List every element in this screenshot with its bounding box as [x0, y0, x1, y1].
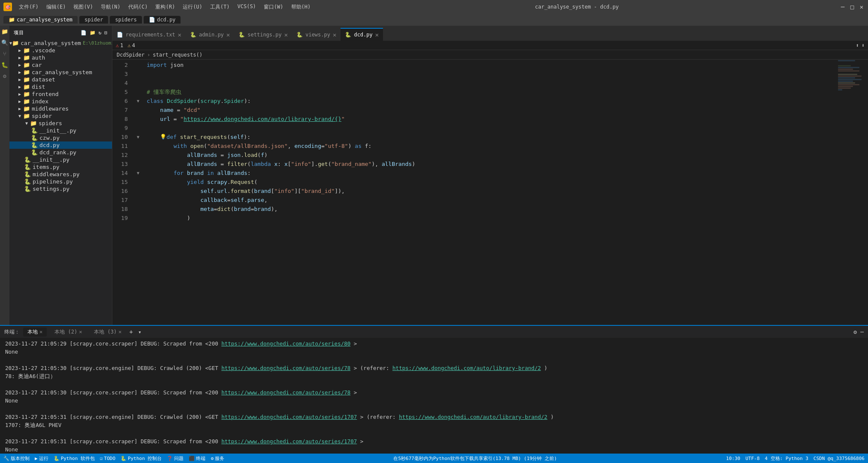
close-tab-views[interactable]: ✕	[333, 31, 336, 38]
refresh-icon[interactable]: ↻	[99, 30, 102, 36]
explorer-icon[interactable]: 📁	[1, 27, 9, 35]
tree-item-init1[interactable]: 🐍 __init__.py	[9, 127, 112, 134]
menu-view[interactable]: 视图(V)	[70, 3, 96, 12]
terminal-label: 终端：	[4, 328, 20, 336]
minimize-button[interactable]: ─	[840, 4, 846, 10]
status-problems[interactable]: ❓ 问题	[167, 455, 184, 462]
maximize-button[interactable]: □	[849, 4, 855, 10]
editor-scrollbar[interactable]	[862, 60, 868, 325]
expand-icon[interactable]: ⬆	[856, 42, 859, 48]
status-python-packages[interactable]: 🐍 Python 软件包	[54, 455, 95, 462]
terminal-dropdown-button[interactable]: ▾	[138, 329, 142, 335]
tree-item-items[interactable]: 🐍 items.py	[9, 163, 112, 171]
tree-item-dist[interactable]: ▶ 📁 dist	[9, 83, 112, 90]
new-folder-icon[interactable]: 📁	[90, 30, 96, 36]
breadcrumb-class[interactable]: DcdSpider	[117, 52, 145, 58]
status-services[interactable]: ⚙ 服务	[211, 455, 224, 462]
tree-item-dcd[interactable]: 🐍 dcd.py	[9, 141, 112, 149]
close-tab-requirements[interactable]: ✕	[178, 31, 181, 38]
status-csdn[interactable]: CSDN @q_3375686806	[814, 455, 865, 462]
close-tab-dcd[interactable]: ✕	[375, 31, 379, 38]
status-terminal[interactable]: ⬛ 终端	[189, 455, 205, 462]
close-terminal-1[interactable]: ✕	[39, 329, 42, 335]
tree-item-dataset[interactable]: ▶ 📁 dataset	[9, 76, 112, 83]
menu-code[interactable]: 代码(C)	[125, 3, 151, 12]
collapse-editor-icon[interactable]: ⬇	[862, 42, 865, 48]
terminal-link-5[interactable]: https://www.dongchedi.com/auto/series/17…	[221, 414, 357, 420]
search-icon[interactable]: 🔍	[1, 39, 9, 46]
tree-item-dcd-rank[interactable]: 🐍 dcd_rank.py	[9, 149, 112, 156]
terminal-settings-icon[interactable]: ⚙	[853, 329, 857, 335]
tree-item-pipelines[interactable]: 🐍 pipelines.py	[9, 178, 112, 185]
tree-item-auth[interactable]: ▶ 📁 auth	[9, 54, 112, 61]
status-time[interactable]: 10:30	[726, 455, 740, 462]
tree-item-middlewares[interactable]: ▶ 📁 middlewares	[9, 105, 112, 112]
tree-item-frontend[interactable]: ▶ 📁 frontend	[9, 90, 112, 98]
tab-requirements[interactable]: 📄 requirements.txt ✕	[112, 28, 186, 41]
tab-dcd[interactable]: 🐍 dcd.py ✕	[341, 28, 383, 41]
close-tab-settings[interactable]: ✕	[284, 31, 288, 38]
project-tab-spider[interactable]: spider	[79, 16, 108, 24]
status-run[interactable]: ▶ 运行	[35, 455, 48, 462]
error-indicator[interactable]: ⚠ 1	[116, 42, 123, 48]
tree-item-spiders[interactable]: ▼ 📁 spiders	[9, 120, 112, 127]
tree-item-czw[interactable]: 🐍 czw.py	[9, 134, 112, 141]
menu-navigate[interactable]: 导航(N)	[97, 3, 124, 12]
debug-icon[interactable]: 🐛	[1, 61, 9, 69]
menu-edit[interactable]: 编辑(E)	[43, 3, 69, 12]
tree-item-settings[interactable]: 🐍 settings.py	[9, 185, 112, 192]
menu-tools[interactable]: 工具(T)	[207, 3, 233, 12]
project-tab-main[interactable]: 📁 car_analyse_system	[3, 16, 78, 24]
terminal-link-6[interactable]: https://www.dongchedi.com/auto/library-b…	[399, 414, 547, 420]
terminal-link-7[interactable]: https://www.dongchedi.com/auto/series/17…	[221, 438, 357, 445]
add-terminal-button[interactable]: +	[130, 328, 133, 335]
status-python-console[interactable]: 🐍 Python 控制台	[121, 455, 162, 462]
menu-file[interactable]: 文件(F)	[15, 3, 42, 12]
git-icon[interactable]: ⑂	[1, 50, 9, 57]
tree-item-mw[interactable]: 🐍 middlewares.py	[9, 171, 112, 178]
new-file-icon[interactable]: 📄	[81, 30, 87, 36]
tree-item-index[interactable]: ▶ 📁 index	[9, 98, 112, 105]
menu-help[interactable]: 帮助(H)	[288, 3, 314, 12]
terminal-link-2[interactable]: https://www.dongchedi.com/auto/series/78	[221, 365, 350, 371]
tab-admin[interactable]: 🐍 admin.py ✕	[186, 28, 234, 41]
menu-window[interactable]: 窗口(W)	[260, 3, 287, 12]
project-tab-dcd[interactable]: 📄 dcd.py	[144, 16, 181, 24]
tree-item-spider[interactable]: ▼ 📁 spider	[9, 112, 112, 120]
status-todo[interactable]: ☑ TODO	[100, 456, 115, 461]
menu-refactor[interactable]: 重构(R)	[152, 3, 178, 12]
menu-run[interactable]: 运行(U)	[179, 3, 206, 12]
close-button[interactable]: ✕	[859, 4, 865, 10]
tree-root[interactable]: ▼ 📁 car_analyse_system E:\01zhuomian\car…	[9, 39, 112, 47]
tree-item-init2[interactable]: 🐍 __init__.py	[9, 156, 112, 163]
status-indent[interactable]: 4 空格: Python 3	[765, 455, 808, 462]
close-terminal-2[interactable]: ✕	[79, 329, 82, 335]
fold-arrow-14[interactable]: ▼	[137, 171, 139, 175]
terminal-link-4[interactable]: https://www.dongchedi.com/auto/series/78	[221, 389, 350, 396]
fold-arrow-10[interactable]: ▼	[137, 135, 139, 139]
terminal-content[interactable]: 2023-11-27 21:05:29 [scrapy.core.scraper…	[0, 338, 868, 454]
terminal-minimize-icon[interactable]: ─	[860, 329, 864, 335]
project-tab-spiders[interactable]: spiders	[110, 16, 142, 24]
extensions-icon[interactable]: ⚙	[1, 72, 9, 80]
status-version-control[interactable]: 🔧 版本控制	[3, 455, 30, 462]
terminal-tab-local1[interactable]: 本地 ✕	[23, 328, 47, 337]
terminal-link-3[interactable]: https://www.dongchedi.com/auto/library-b…	[392, 365, 541, 371]
terminal-tab-local2[interactable]: 本地 (2) ✕	[50, 328, 86, 337]
tab-views[interactable]: 🐍 views.py ✕	[292, 28, 341, 41]
tree-item-vscode[interactable]: ▶ 📁 .vscode	[9, 47, 112, 54]
tree-item-car[interactable]: ▶ 📁 car	[9, 61, 112, 69]
breadcrumb-method[interactable]: start_requests()	[153, 52, 202, 58]
status-encoding[interactable]: UTF-8	[745, 455, 760, 462]
code-editor[interactable]: import json # 懂车帝爬虫 class DcdSpider(scra…	[143, 60, 836, 325]
fold-arrow-6[interactable]: ▼	[137, 99, 139, 103]
terminal-tab-local3[interactable]: 本地 (3) ✕	[90, 328, 126, 337]
tree-item-car-analyse[interactable]: ▶ 📁 car_analyse_system	[9, 69, 112, 76]
close-tab-admin[interactable]: ✕	[226, 31, 230, 38]
collapse-icon[interactable]: ⊟	[104, 30, 108, 36]
menu-vcs[interactable]: VCS(S)	[234, 3, 259, 12]
warning-indicator[interactable]: ⚠ 4	[127, 42, 135, 48]
terminal-link-1[interactable]: https://www.dongchedi.com/auto/series/80	[221, 340, 350, 347]
close-terminal-3[interactable]: ✕	[118, 329, 121, 335]
tab-settings[interactable]: 🐍 settings.py ✕	[234, 28, 292, 41]
